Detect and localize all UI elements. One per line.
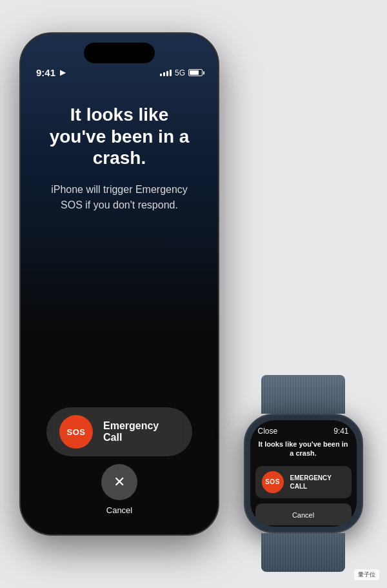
cancel-circle: ✕ bbox=[101, 464, 137, 500]
battery-icon bbox=[188, 69, 203, 76]
scene: 9:41 ▶ 5G It looks li bbox=[0, 0, 387, 588]
sos-circle: SOS bbox=[59, 415, 93, 449]
watch-emergency-call-button[interactable]: SOS EMERGENCY CALL bbox=[255, 466, 352, 498]
watch-screen: Close 9:41 It looks like you've been in … bbox=[250, 420, 357, 527]
crash-title: It looks like you've been in a crash. bbox=[40, 104, 199, 169]
cancel-label: Cancel bbox=[106, 505, 132, 515]
watch-cancel-button[interactable]: Cancel bbox=[255, 503, 352, 525]
signal-bars-icon bbox=[160, 70, 172, 76]
watch-cancel-label: Cancel bbox=[292, 511, 314, 519]
crash-subtitle: iPhone will trigger Emergency SOS if you… bbox=[40, 182, 199, 213]
emergency-call-label: Emergency Call bbox=[103, 420, 179, 443]
sos-circle-text: SOS bbox=[67, 427, 86, 437]
emergency-line-2: CALL bbox=[290, 482, 332, 491]
battery-fill bbox=[190, 70, 199, 75]
watch-header: Close 9:41 bbox=[250, 420, 357, 440]
watch-close-label[interactable]: Close bbox=[258, 427, 278, 436]
watch-time-label: 9:41 bbox=[333, 427, 348, 436]
signal-bar-1 bbox=[160, 74, 162, 76]
status-right: 5G bbox=[160, 68, 203, 77]
dynamic-island bbox=[84, 43, 155, 63]
watermark: 量子位 bbox=[354, 569, 379, 580]
time-label: 9:41 bbox=[36, 67, 55, 78]
emergency-line-1: EMERGENCY bbox=[290, 474, 332, 482]
signal-bar-3 bbox=[166, 71, 168, 76]
iphone-buttons: SOS Emergency Call ✕ Cancel bbox=[40, 407, 199, 515]
apple-watch-device: Close 9:41 It looks like you've been in … bbox=[232, 375, 374, 549]
cancel-x-icon: ✕ bbox=[114, 474, 125, 491]
signal-bar-4 bbox=[170, 70, 172, 76]
watch-band-bottom bbox=[261, 533, 345, 572]
iphone-screen: 9:41 ▶ 5G It looks li bbox=[21, 34, 218, 534]
iphone-content: It looks like you've been in a crash. iP… bbox=[21, 78, 218, 534]
watch-case: Close 9:41 It looks like you've been in … bbox=[244, 414, 363, 533]
watch-band-top bbox=[261, 375, 345, 414]
watch-crash-title: It looks like you've been in a crash. bbox=[250, 440, 357, 463]
watch-sos-text: SOS bbox=[265, 478, 280, 485]
watch-sos-circle: SOS bbox=[262, 471, 284, 493]
watch-emergency-call-text: EMERGENCY CALL bbox=[290, 474, 332, 491]
cancel-button[interactable]: ✕ Cancel bbox=[46, 464, 192, 515]
iphone-spacer bbox=[40, 232, 199, 407]
iphone-device: 9:41 ▶ 5G It looks li bbox=[19, 32, 219, 536]
location-icon: ▶ bbox=[60, 68, 65, 77]
iphone-time: 9:41 ▶ bbox=[36, 67, 65, 78]
network-label: 5G bbox=[175, 68, 185, 77]
signal-bar-2 bbox=[163, 72, 165, 76]
emergency-call-button[interactable]: SOS Emergency Call bbox=[46, 407, 192, 456]
iphone-status-bar: 9:41 ▶ 5G bbox=[21, 63, 218, 78]
